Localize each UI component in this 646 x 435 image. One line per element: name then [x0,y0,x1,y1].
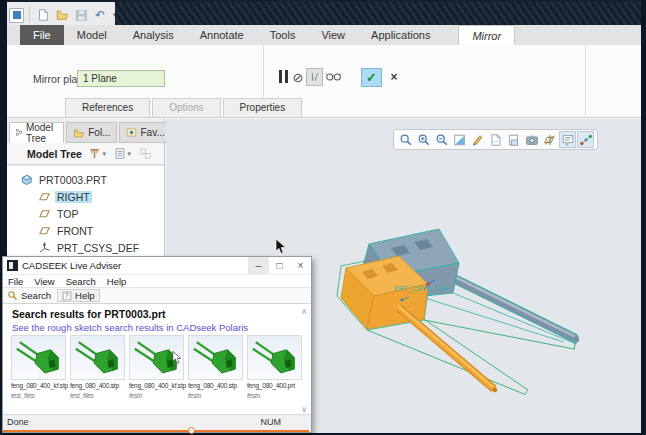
preview-icon [309,71,321,83]
part-preview [248,336,301,379]
result-thumbnail-4[interactable] [188,335,243,380]
part-preview [71,336,124,379]
search-button[interactable]: Search [7,290,51,301]
tree-item-part[interactable]: PRT0003.PRT [7,171,164,188]
tree-item-csys[interactable]: PRT_CSYS_DEF [7,239,164,256]
zoom-in-button[interactable] [415,131,432,148]
annotation-display-button[interactable] [559,131,576,148]
menu-help[interactable]: Help [107,276,127,287]
no-preview-button[interactable]: ⊘ [290,70,306,85]
help-button[interactable]: ? Help [57,289,100,302]
result-thumbnail-5[interactable] [247,335,302,380]
result-thumbnail-1[interactable] [11,335,66,380]
datum-plane-icon [38,190,51,203]
refit-button[interactable] [451,131,468,148]
filename: feng_080_400_kf.stp [11,382,68,389]
ok-button[interactable]: ✓ [361,68,382,87]
model-tree-toolbar: Model Tree ▾ ▾ [7,143,164,165]
tree-item-right-plane[interactable]: RIGHT [7,188,164,205]
tab-analysis[interactable]: Analysis [120,25,187,45]
maximize-button[interactable]: □ [269,257,290,274]
datum-display-button[interactable] [541,131,558,148]
tab-folder-browser[interactable]: Fol... [66,122,117,143]
refit-icon [453,133,467,147]
progress-handle[interactable] [188,427,195,434]
app-icon[interactable] [9,8,24,23]
menu-view[interactable]: View [34,276,54,287]
tab-model-tree[interactable]: Model Tree [9,122,64,143]
3d-model[interactable]: PRT_CSYS_DEF [336,226,606,396]
result-name-5: feng_080_400.prt festo [247,382,306,399]
cancel-button[interactable]: × [386,68,402,86]
progress-track[interactable] [3,429,311,432]
part-preview [12,336,65,379]
saved-orientations-button[interactable] [487,131,504,148]
cadseek-dialog: CADSEEK Live Adviser – □ × File View Sea… [2,256,312,433]
screen: ↶ ▾ ↷ ▾ File Model Analysis Annotate Too… [0,0,646,435]
progress-bar [3,430,309,432]
tree-settings-button[interactable] [139,147,152,160]
save-button[interactable] [73,6,89,24]
tab-annotate[interactable]: Annotate [187,25,257,45]
mirror-plane-collector[interactable]: 1 Plane [77,70,165,87]
tree-item-label: PRT_CSYS_DEF [55,242,141,254]
tab-favorites[interactable]: Fav... [119,122,171,143]
scroll-down-icon[interactable]: ∨ [301,405,307,414]
result-name-2: feng_080_400.stp test_files [70,382,129,399]
dashboard-controls: ⊘ ✓ × [276,67,402,87]
subtab-properties[interactable]: Properties [223,98,303,117]
source-folder: festo [129,392,188,399]
box-zoom-button[interactable] [397,131,414,148]
model-tree-title: Model Tree [27,148,82,160]
navigator-tabs: Model Tree Fol... Fav... [7,119,164,143]
tab-file[interactable]: File [20,25,64,45]
view-manager-button[interactable] [505,131,522,148]
pause-button[interactable] [276,70,290,84]
zoom-out-button[interactable] [433,131,450,148]
close-button[interactable]: × [290,257,311,274]
tab-applications[interactable]: Applications [358,25,443,45]
tab-mirror[interactable]: Mirror [458,25,515,45]
tab-tools[interactable]: Tools [257,25,309,45]
window-title-area [115,2,641,25]
datum-display-icon [543,133,557,147]
tab-label: Fol... [88,127,110,138]
tree-item-label: TOP [55,208,80,220]
favorites-icon [126,127,137,138]
list-icon [114,147,126,160]
tree-item-top-plane[interactable]: TOP [7,205,164,222]
minimize-button[interactable]: – [248,257,269,274]
source-folder: festo [247,392,306,399]
menu-search[interactable]: Search [66,276,96,287]
tab-model[interactable]: Model [64,25,120,45]
mirror-dashboard: Mirror plane 1 Plane ⊘ ✓ × References Op… [7,45,641,118]
open-folder-icon [55,8,70,22]
dialog-title-bar[interactable]: CADSEEK Live Adviser – □ × [3,257,311,275]
capture-button[interactable] [523,131,540,148]
annotations-icon [561,133,575,147]
open-file-button[interactable] [54,6,70,24]
source-folder: test_files [11,392,70,399]
result-thumbnail-2[interactable] [70,335,125,380]
menu-file[interactable]: File [8,276,23,287]
undo-button[interactable]: ↶ [92,6,108,24]
verify-glasses-icon[interactable] [323,68,343,86]
columns-dropdown-icon[interactable]: ▾ [126,150,133,158]
result-filenames: feng_080_400_kf.stp test_files feng_080_… [11,382,306,399]
new-file-button[interactable] [35,6,51,24]
tree-columns-button[interactable] [114,147,126,160]
spin-center-button[interactable] [577,131,594,148]
cadseek-app-icon [7,260,18,271]
tree-item-front-plane[interactable]: FRONT [7,222,164,239]
filters-dropdown-icon[interactable]: ▾ [101,150,108,158]
part-icon [20,173,33,186]
tab-view[interactable]: View [308,25,358,45]
subtab-references[interactable]: References [65,98,150,117]
polaris-link[interactable]: See the rough sketch search results in C… [12,322,248,333]
display-style-button[interactable] [469,131,486,148]
scroll-up-icon[interactable]: ∧ [301,307,307,316]
results-heading: Search results for PRT0003.prt [12,308,165,320]
feature-preview-toggle[interactable] [306,68,323,86]
filters-button[interactable] [88,147,101,160]
filename: feng_080_400.stp [70,382,119,389]
